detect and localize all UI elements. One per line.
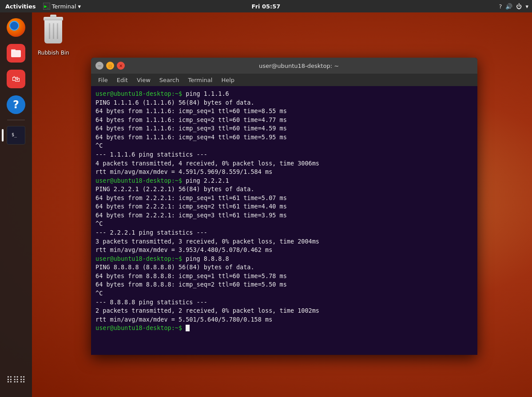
terminal-line: PING 2.2.2.1 (2.2.2.1) 56(84) bytes of d… (95, 185, 473, 194)
titlebar-buttons: ─ □ ✕ (95, 62, 125, 70)
dock-grid-button[interactable]: ⠿⠿⠿ (4, 369, 28, 392)
terminal-line: user@ubuntu18-desktop:~$ ping 1.1.1.6 (95, 90, 473, 98)
bin-line-1 (49, 23, 50, 39)
bin-lid-handle (50, 15, 56, 17)
terminal-line: 64 bytes from 1.1.1.6: icmp_seq=2 ttl=60… (95, 116, 473, 125)
firefox-icon (7, 18, 25, 37)
desktop: Activities ▶_ Terminal ▾ Fri 05:57 ? 🔊 ⏻… (0, 0, 532, 397)
terminal-menu-arrow: ▾ (78, 3, 81, 10)
prompt-text: user@ubuntu18-desktop:~$ (95, 255, 186, 262)
terminal-menubar: File Edit View Search Terminal Help (91, 74, 477, 86)
power-icon[interactable]: ⏻ (516, 3, 522, 10)
dock-item-help[interactable]: ? (4, 93, 28, 116)
top-panel: Activities ▶_ Terminal ▾ Fri 05:57 ? 🔊 ⏻… (0, 0, 532, 12)
rubbish-bin-label: Rubbish Bin (38, 50, 69, 56)
terminal-line: --- 2.2.2.1 ping statistics --- (95, 228, 473, 237)
terminal-dock-icon: $_ (7, 126, 25, 145)
window-title: user@ubuntu18-desktop: ~ (125, 63, 473, 69)
menu-terminal[interactable]: Terminal (184, 76, 216, 84)
terminal-line: 64 bytes from 1.1.1.6: icmp_seq=4 ttl=60… (95, 133, 473, 142)
svg-rect-0 (11, 50, 21, 57)
grid-icon: ⠿⠿⠿ (6, 375, 26, 385)
command-text: ping 2.2.2.1 (186, 177, 229, 184)
dock-separator (7, 120, 25, 120)
terminal-line: 64 bytes from 8.8.8.8: icmp_seq=2 ttl=60… (95, 280, 473, 289)
files-icon (7, 44, 25, 63)
terminal-line: 4 packets transmitted, 4 received, 0% pa… (95, 159, 473, 168)
cursor (186, 325, 190, 331)
bin-line-3 (57, 23, 58, 39)
activities-button[interactable]: Activities (4, 3, 38, 10)
command-text: ping 8.8.8.8 (186, 255, 229, 262)
svg-rect-1 (11, 49, 16, 51)
help-icon: ? (7, 95, 25, 114)
terminal-line: 64 bytes from 1.1.1.6: icmp_seq=3 ttl=60… (95, 124, 473, 133)
terminal-line: ^C (95, 142, 473, 150)
terminal-line: 3 packets transmitted, 3 received, 0% pa… (95, 237, 473, 246)
system-tray: ? 🔊 ⏻ ▾ (499, 3, 528, 10)
terminal-line: 64 bytes from 1.1.1.6: icmp_seq=1 ttl=60… (95, 107, 473, 116)
terminal-line: ^C (95, 220, 473, 228)
prompt-text: user@ubuntu18-desktop:~$ (95, 324, 186, 331)
menu-search[interactable]: Search (156, 76, 183, 84)
dock-item-firefox[interactable] (4, 16, 28, 39)
terminal-line: rtt min/avg/max/mdev = 3.953/4.480/5.078… (95, 246, 473, 255)
volume-icon[interactable]: 🔊 (505, 3, 512, 10)
terminal-line: 64 bytes from 2.2.2.1: icmp_seq=3 ttl=61… (95, 211, 473, 220)
tray-arrow[interactable]: ▾ (525, 3, 528, 10)
prompt-text: user@ubuntu18-desktop:~$ (95, 177, 186, 184)
minimize-button[interactable]: ─ (95, 62, 103, 70)
bin-lid (44, 17, 63, 20)
bin-icon (40, 17, 67, 48)
terminal-line: PING 1.1.1.6 (1.1.1.6) 56(84) bytes of d… (95, 98, 473, 107)
svg-text:$_: $_ (12, 132, 17, 138)
dock: 🛍 ? $_ ⠿⠿⠿ (0, 12, 32, 397)
terminal-line: 2 packets transmitted, 2 received, 0% pa… (95, 307, 473, 315)
terminal-line: rtt min/avg/max/mdev = 4.591/5.969/8.559… (95, 168, 473, 177)
command-text: ping 1.1.1.6 (186, 90, 229, 97)
terminal-window: ─ □ ✕ user@ubuntu18-desktop: ~ File Edit… (91, 58, 477, 355)
terminal-line: 64 bytes from 2.2.2.1: icmp_seq=1 ttl=61… (95, 194, 473, 203)
rubbish-bin[interactable]: Rubbish Bin (38, 17, 69, 56)
terminal-line: user@ubuntu18-desktop:~$ (95, 324, 473, 333)
terminal-menu-icon: ▶_ (43, 3, 50, 10)
software-icon: 🛍 (7, 70, 25, 88)
maximize-button[interactable]: □ (106, 62, 114, 70)
dock-item-files[interactable] (4, 42, 28, 65)
bin-line-2 (53, 23, 54, 39)
menu-file[interactable]: File (95, 76, 111, 84)
terminal-menu-button[interactable]: ▶_ Terminal ▾ (43, 3, 81, 10)
help-tray-icon: ? (499, 3, 502, 10)
terminal-titlebar: ─ □ ✕ user@ubuntu18-desktop: ~ (91, 58, 477, 74)
terminal-line: PING 8.8.8.8 (8.8.8.8) 56(84) bytes of d… (95, 263, 473, 272)
dock-item-software[interactable]: 🛍 (4, 67, 28, 90)
terminal-line: 64 bytes from 2.2.2.1: icmp_seq=2 ttl=61… (95, 202, 473, 211)
terminal-menu-label: Terminal (52, 3, 76, 10)
prompt-text: user@ubuntu18-desktop:~$ (95, 90, 186, 97)
clock: Fri 05:57 (252, 3, 281, 10)
dock-item-terminal[interactable]: $_ (4, 124, 28, 147)
close-button[interactable]: ✕ (117, 62, 125, 70)
menu-edit[interactable]: Edit (113, 76, 131, 84)
terminal-line: ^C (95, 289, 473, 298)
terminal-line: --- 1.1.1.6 ping statistics --- (95, 150, 473, 159)
svg-text:🛍: 🛍 (12, 74, 20, 83)
terminal-line: --- 8.8.8.8 ping statistics --- (95, 298, 473, 307)
terminal-line: user@ubuntu18-desktop:~$ ping 8.8.8.8 (95, 255, 473, 263)
terminal-line: rtt min/avg/max/mdev = 5.501/5.640/5.780… (95, 315, 473, 324)
menu-view[interactable]: View (133, 76, 154, 84)
terminal-line: user@ubuntu18-desktop:~$ ping 2.2.2.1 (95, 177, 473, 185)
bin-body (44, 20, 62, 43)
terminal-body[interactable]: user@ubuntu18-desktop:~$ ping 1.1.1.6PIN… (91, 86, 477, 355)
menu-help[interactable]: Help (218, 76, 238, 84)
terminal-line: 64 bytes from 8.8.8.8: icmp_seq=1 ttl=60… (95, 272, 473, 281)
